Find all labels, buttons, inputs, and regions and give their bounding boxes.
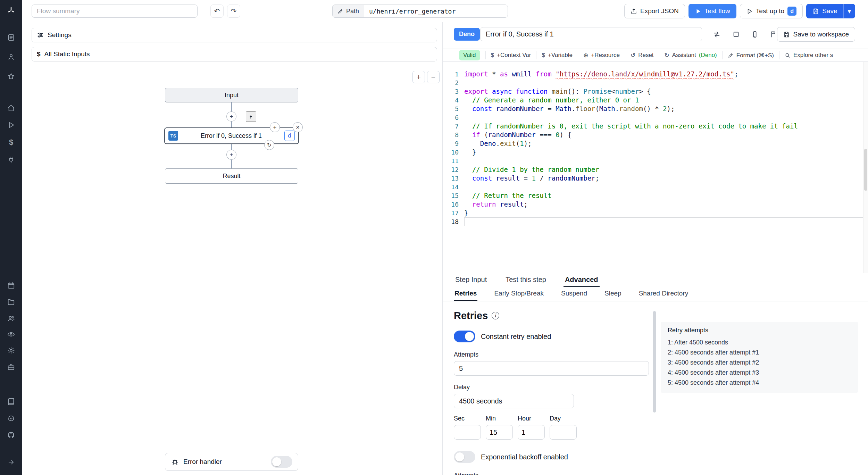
result-node[interactable]: Result (165, 168, 298, 184)
subtab-shared-directory[interactable]: Shared Directory (638, 287, 689, 301)
exponential-backoff-toggle[interactable] (454, 451, 475, 463)
zoom-in-button[interactable]: + (412, 71, 425, 83)
step-badge: d (787, 7, 796, 16)
variables-icon[interactable]: $ (4, 135, 18, 149)
tab-advanced[interactable]: Advanced (564, 273, 600, 287)
windmill-logo[interactable] (4, 3, 18, 17)
min-input[interactable] (486, 425, 513, 440)
export-icon (631, 8, 637, 15)
retry-attempt-item: 2: 4500 seconds after attempt #1 (668, 348, 851, 358)
constant-retry-toggle[interactable] (454, 331, 475, 342)
result-node-label: Result (223, 173, 240, 180)
language-badge: Deno (454, 28, 480, 41)
collapse-sidebar-icon[interactable] (4, 455, 18, 469)
add-resource-button[interactable]: ⊕+Resource (578, 51, 625, 59)
path-label: Path (346, 8, 359, 15)
tab-test-this-step[interactable]: Test this step (504, 273, 548, 287)
runs-icon[interactable] (4, 31, 18, 44)
expand-icon[interactable] (729, 28, 743, 41)
save-to-workspace-button[interactable]: Save to workspace (777, 27, 855, 42)
docs-icon[interactable] (4, 395, 18, 409)
info-icon[interactable]: i (492, 312, 499, 319)
step-name-input[interactable] (481, 27, 702, 41)
insert-step-button[interactable]: + (226, 111, 236, 122)
settings-icon[interactable] (4, 343, 18, 357)
flow-summary-input[interactable] (32, 5, 198, 18)
explore-scripts-button[interactable]: Explore other s (779, 51, 838, 59)
subtab-retries[interactable]: Retries (454, 287, 477, 301)
test-flow-label: Test flow (704, 7, 730, 15)
min-label: Min (486, 415, 513, 422)
format-button[interactable]: Format (⌘+S) (722, 51, 779, 59)
path-input[interactable] (364, 5, 508, 18)
github-icon[interactable] (4, 428, 18, 442)
plus-circle-icon: ⊕ (583, 52, 588, 59)
save-button[interactable]: Save (806, 4, 843, 18)
resources-icon[interactable] (4, 153, 18, 167)
trigger-bolt-icon[interactable] (246, 111, 256, 122)
subtab-early-stop[interactable]: Early Stop/Break (493, 287, 544, 301)
add-branch-button[interactable]: + (270, 122, 280, 132)
input-node-label: Input (225, 92, 239, 99)
audit-icon[interactable] (4, 327, 18, 341)
favorites-icon[interactable] (4, 69, 18, 83)
delete-step-button[interactable]: × (293, 122, 303, 132)
scrollbar-thumb[interactable] (864, 149, 867, 191)
hour-input[interactable] (518, 425, 545, 440)
content-scrollbar[interactable] (653, 311, 656, 412)
insert-step-button[interactable]: + (226, 150, 236, 160)
error-handler-toggle[interactable] (271, 456, 292, 468)
editor-scrollbar[interactable] (863, 62, 868, 273)
subtab-suspend[interactable]: Suspend (560, 287, 588, 301)
play-icon (695, 8, 701, 15)
exponential-backoff-label: Exponential backoff enabled (481, 453, 568, 461)
delay-units-row: Sec Min Hour Day (454, 415, 649, 440)
attempts-input[interactable] (454, 361, 649, 376)
input-node[interactable]: Input (165, 88, 298, 102)
error-handler-label: Error handler (183, 458, 222, 466)
retry-attempt-item: 4: 4500 seconds after attempt #3 (668, 368, 851, 378)
retry-attempt-item: 1: After 4500 seconds (668, 338, 851, 348)
bug-icon (171, 458, 179, 466)
code-editor[interactable]: 1import * as wmill from "https://deno.la… (443, 62, 868, 273)
add-variable-button[interactable]: $+Variable (536, 51, 578, 59)
folders-icon[interactable] (4, 295, 18, 309)
tab-step-input[interactable]: Step Input (454, 273, 488, 287)
sec-input[interactable] (454, 425, 481, 440)
mobile-icon[interactable] (748, 28, 761, 41)
export-json-button[interactable]: Export JSON (624, 4, 685, 18)
groups-icon[interactable] (4, 311, 18, 325)
save-dropdown-button[interactable]: ▾ (843, 4, 855, 18)
test-up-to-button[interactable]: Test up to d (740, 4, 803, 18)
topbar-actions: Export JSON Test flow Test up to d Save … (624, 4, 855, 18)
all-static-inputs-button[interactable]: $ All Static Inputs (32, 47, 437, 61)
discord-icon[interactable] (4, 411, 18, 425)
advanced-subtabs: Retries Early Stop/Break Suspend Sleep S… (443, 287, 868, 301)
redo-button[interactable]: ↷ (227, 5, 240, 18)
constant-retry-label: Constant retry enabled (481, 333, 551, 341)
module-step-badge: d (284, 131, 295, 141)
loop-icon[interactable]: ↻ (264, 140, 274, 150)
dollar-icon: $ (37, 50, 41, 58)
assistant-language: (Deno) (699, 52, 717, 59)
sync-icon[interactable] (710, 28, 723, 41)
settings-button[interactable]: Settings (32, 28, 437, 42)
sliders-icon (37, 32, 44, 39)
zoom-out-button[interactable]: − (427, 71, 440, 83)
subtab-sleep[interactable]: Sleep (604, 287, 622, 301)
workers-icon[interactable] (4, 360, 18, 374)
assistant-button[interactable]: ↻Assistant(Deno) (659, 51, 722, 59)
add-context-var-button[interactable]: $+Context Var (485, 51, 536, 59)
undo-button[interactable]: ↶ (210, 5, 224, 18)
retries-content: Retries i Constant retry enabled Attempt… (443, 301, 868, 475)
test-flow-button[interactable]: Test flow (688, 4, 736, 18)
schedules-icon[interactable] (4, 278, 18, 292)
play-icon[interactable] (4, 118, 18, 132)
day-input[interactable] (550, 425, 577, 440)
home-icon[interactable] (4, 101, 18, 115)
error-handler-node[interactable]: Error handler (165, 453, 298, 471)
reset-button[interactable]: ↺Reset (625, 51, 659, 59)
account-icon[interactable] (4, 50, 18, 64)
delay-input[interactable] (454, 394, 574, 408)
attempts-label-bottom: Attempts (454, 472, 649, 475)
